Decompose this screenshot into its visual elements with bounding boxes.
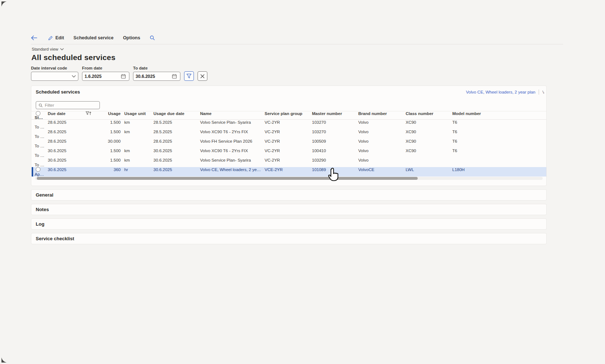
cell-master-number: 100509 (309, 139, 355, 143)
column-header-name[interactable]: Name (197, 111, 261, 116)
calendar-icon[interactable] (121, 74, 126, 79)
section-general[interactable]: General (31, 189, 547, 201)
to-date-input[interactable] (136, 74, 172, 79)
cell-usage-due-date: 30.6.2025 (150, 167, 197, 172)
section-label: Service checklist (36, 236, 74, 241)
calendar-icon[interactable] (172, 74, 177, 79)
section-label: General (36, 192, 53, 198)
cell-status: To do (31, 134, 44, 139)
cell-usage-due-date: 28.5.2025 (150, 120, 197, 124)
cell-name: Volvo XC90 T6 - 2Yrs FIX (197, 149, 261, 153)
edit-label: Edit (55, 35, 64, 40)
to-date-label: To date (133, 66, 180, 70)
cell-service-plan-group: VC-2YR (261, 130, 309, 134)
scrollbar-thumb[interactable] (37, 177, 418, 180)
cell-usage-unit: km (121, 120, 150, 124)
cell-usage-unit: hr (121, 167, 150, 172)
table-row[interactable]: 28.6.202530.00028.6.2025Volvo FH Service… (31, 139, 546, 148)
window-corner-decoration (1, 1, 8, 8)
cell-name: Volvo XC90 T6 - 2Yrs FIX (197, 130, 261, 134)
cell-status: To do (31, 163, 44, 167)
column-header-status[interactable]: Status (31, 115, 44, 120)
scheduled-service-label: Scheduled service (74, 35, 114, 40)
fast-tabs: GeneralNotesLogService checklist (31, 189, 547, 244)
back-button[interactable] (31, 35, 37, 40)
section-service-checklist[interactable]: Service checklist (31, 233, 547, 244)
cell-model-number: T6 (449, 149, 546, 153)
cell-due-date: 28.6.2025 (44, 130, 82, 134)
arrow-left-icon (31, 35, 37, 40)
grid-filter-input[interactable] (45, 103, 96, 107)
table-row[interactable]: 28.6.20251.500km28.5.2025Volvo XC90 T6 -… (31, 129, 546, 139)
cell-name: Volvo Service Plan- Syarira (197, 158, 261, 162)
column-header-service-plan-group[interactable]: Service plan group (261, 111, 309, 116)
options-menu[interactable]: Options (123, 35, 140, 40)
column-filter-sort-icon[interactable] (82, 111, 95, 115)
cell-master-number: 100410 (309, 149, 355, 153)
clear-filter-button[interactable] (198, 71, 207, 81)
cell-model-number: T6 (449, 130, 546, 134)
view-selector-label: Standard view (32, 47, 58, 51)
chevron-down-icon (60, 48, 64, 51)
cell-status: To do (31, 153, 44, 158)
scheduled-service-menu[interactable]: Scheduled service (74, 35, 114, 40)
column-header-master-number[interactable]: Master number (309, 111, 355, 116)
cell-status: To do (31, 125, 44, 129)
scheduled-services-card: Scheduled services Volvo CE, Wheel loade… (31, 86, 547, 186)
cell-brand-number: Volvo (355, 158, 402, 162)
cell-due-date: 30.6.2025 (44, 167, 82, 172)
column-header-class-number[interactable]: Class number (402, 111, 449, 116)
table-row[interactable]: 30.6.20251.500km30.6.2025Volvo XC90 T6 -… (31, 148, 546, 158)
horizontal-scrollbar[interactable] (35, 177, 543, 180)
cell-due-date: 30.6.2025 (44, 149, 82, 153)
table-row[interactable]: 28.6.20251.500km28.5.2025Volvo Service P… (31, 120, 546, 129)
cell-status: To do (31, 144, 44, 148)
cell-usage: 1.500 (95, 120, 121, 124)
card-title: Scheduled services (36, 89, 80, 95)
edit-button[interactable]: Edit (48, 35, 64, 40)
apply-filter-button[interactable] (184, 71, 194, 81)
command-bar: Edit Scheduled service Options (31, 34, 155, 42)
selected-record-link[interactable]: Volvo CE, Wheel loaders, 2 year plan (466, 90, 536, 94)
cell-service-plan-group: VC-2YR (261, 149, 309, 153)
window-corner-decoration (1, 356, 8, 363)
table-row[interactable]: 30.6.20251.500km30.6.2025Volvo Service P… (31, 158, 546, 167)
cell-class-number: XC90 (402, 139, 449, 143)
column-header-usage-due-date[interactable]: Usage due date (150, 111, 197, 116)
search-button[interactable] (150, 35, 155, 40)
section-label: Notes (36, 207, 49, 212)
column-header-usage[interactable]: Usage (95, 111, 121, 116)
date-interval-label: Date interval code (31, 66, 78, 70)
search-icon (150, 35, 155, 40)
chevron-down-icon (72, 75, 76, 78)
table-body: 28.6.20251.500km28.5.2025Volvo Service P… (31, 120, 546, 177)
cell-usage-unit: km (121, 149, 150, 153)
table-row[interactable]: 30.6.2025360hr30.6.2025Volvo CE, Wheel l… (31, 167, 546, 177)
date-interval-combobox[interactable] (31, 72, 78, 81)
column-header-model-number[interactable]: Model number (449, 111, 546, 116)
section-notes[interactable]: Notes (31, 204, 547, 215)
cell-model-number: L180H (449, 167, 546, 172)
view-selector[interactable]: Standard view (32, 47, 64, 51)
cell-usage-unit: km (121, 130, 150, 134)
cell-model-number: T6 (449, 139, 546, 143)
cell-usage: 1.500 (95, 149, 121, 153)
funnel-icon (186, 74, 192, 79)
cell-master-number: 101089 (309, 167, 355, 172)
column-header-due-date[interactable]: Due date (44, 111, 82, 116)
row-select-radio[interactable] (31, 167, 44, 172)
cell-name: Volvo CE, Wheel loaders, 2 year ... (197, 167, 261, 172)
cell-brand-number: Volvo (355, 120, 402, 124)
page-title: All scheduled services (31, 53, 116, 62)
section-log[interactable]: Log (31, 218, 547, 230)
from-date-input[interactable] (85, 74, 121, 79)
cell-brand-number: Volvo (355, 130, 402, 134)
to-date-input-wrap (133, 72, 180, 81)
cell-service-plan-group: VC-2YR (261, 120, 309, 124)
column-header-usage-unit[interactable]: Usage unit (121, 111, 150, 116)
cell-status: Appointment created (31, 172, 44, 177)
column-header-brand-number[interactable]: Brand number (355, 111, 402, 116)
search-icon (39, 103, 43, 107)
cell-due-date: 28.6.2025 (44, 120, 82, 124)
cell-name: Volvo Service Plan- Syarira (197, 120, 261, 124)
